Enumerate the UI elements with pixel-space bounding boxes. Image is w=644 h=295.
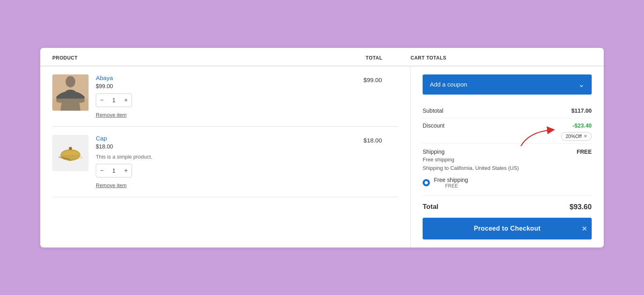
quantity-control-cap: − 1 +	[96, 164, 132, 177]
product-image-abaya	[52, 74, 89, 111]
discount-value: -$23.40	[573, 122, 592, 129]
shipping-value: FREE	[577, 149, 592, 155]
shipping-method: Free shipping	[423, 157, 454, 163]
discount-row: Discount -$23.40 20%Off ✕	[423, 118, 592, 144]
subtotal-row: Subtotal $117.00	[423, 103, 592, 118]
qty-increase-abaya[interactable]: +	[120, 94, 132, 107]
qty-value-abaya: 1	[107, 97, 120, 103]
radio-selected-icon	[423, 179, 430, 186]
discount-tag-container: 20%Off ✕	[561, 132, 592, 141]
chevron-down-icon: ⌄	[578, 80, 584, 89]
coupon-tag-label: 20%Off	[566, 134, 582, 139]
shipping-location: Shipping to California, United States (U…	[423, 165, 592, 171]
header-total: TOTAL	[338, 55, 398, 61]
discount-coupon-tag[interactable]: 20%Off ✕	[561, 132, 592, 141]
total-value: $93.60	[570, 203, 592, 211]
shipping-options: Free shipping FREE	[423, 177, 592, 189]
header-product: PRODUCT	[52, 55, 338, 61]
remove-item-cap[interactable]: Remove item	[96, 182, 127, 188]
item-name-abaya[interactable]: Abaya	[96, 74, 338, 81]
quantity-control-abaya: − 1 +	[96, 93, 132, 107]
proceed-to-checkout-button[interactable]: Proceed to Checkout ✕	[423, 218, 592, 239]
item-name-cap[interactable]: Cap	[96, 135, 338, 142]
free-shipping-option[interactable]: Free shipping FREE	[423, 177, 592, 189]
cart-body: Abaya $99.00 − 1 + Remove item $99.00	[40, 66, 604, 248]
table-row: Abaya $99.00 − 1 + Remove item $99.00	[52, 66, 398, 127]
item-total-cap: $18.00	[338, 135, 398, 144]
item-details-abaya: Abaya $99.00 − 1 + Remove item	[89, 74, 338, 118]
free-shipping-sub: FREE	[445, 183, 468, 189]
item-details-cap: Cap $18.00 This is a simple product. − 1…	[89, 135, 338, 189]
qty-decrease-abaya[interactable]: −	[96, 94, 107, 107]
cart-header: PRODUCT TOTAL CART TOTALS	[40, 48, 604, 66]
subtotal-value: $117.00	[571, 107, 592, 114]
item-total-abaya: $99.00	[338, 74, 398, 83]
total-label: Total	[423, 203, 438, 211]
table-row: Cap $18.00 This is a simple product. − 1…	[52, 127, 398, 197]
free-shipping-option-text: Free shipping FREE	[434, 177, 468, 189]
cart-totals-panel: Add a coupon ⌄ Subtotal $117.00 Discount…	[411, 66, 604, 248]
shipping-label: Shipping	[423, 149, 454, 155]
shipping-row: Shipping Free shipping FREE	[423, 149, 592, 163]
svg-point-5	[69, 147, 72, 150]
header-cart-totals: CART TOTALS	[398, 55, 592, 61]
qty-decrease-cap[interactable]: −	[96, 164, 107, 177]
product-image-cap	[52, 135, 89, 171]
shipping-left: Shipping Free shipping	[423, 149, 454, 163]
free-shipping-label: Free shipping	[434, 177, 468, 183]
total-section: Total $93.60	[423, 196, 592, 218]
remove-coupon-icon[interactable]: ✕	[584, 134, 587, 139]
qty-increase-cap[interactable]: +	[120, 164, 132, 177]
close-icon: ✕	[582, 225, 587, 232]
add-coupon-button[interactable]: Add a coupon ⌄	[423, 74, 592, 95]
svg-rect-2	[52, 99, 89, 111]
shipping-section: Shipping Free shipping FREE Shipping to …	[423, 144, 592, 196]
discount-label: Discount	[423, 122, 444, 129]
coupon-label: Add a coupon	[430, 81, 467, 88]
svg-point-1	[66, 76, 75, 87]
subtotal-label: Subtotal	[423, 107, 443, 114]
qty-value-cap: 1	[107, 167, 120, 174]
item-description-cap: This is a simple product.	[96, 154, 338, 160]
cart-container: PRODUCT TOTAL CART TOTALS	[40, 48, 604, 248]
item-price-cap: $18.00	[96, 143, 338, 150]
radio-inner	[425, 181, 428, 184]
checkout-label: Proceed to Checkout	[474, 225, 541, 232]
cart-items: Abaya $99.00 − 1 + Remove item $99.00	[40, 66, 411, 248]
item-price-abaya: $99.00	[96, 83, 338, 89]
remove-item-abaya[interactable]: Remove item	[96, 112, 127, 118]
